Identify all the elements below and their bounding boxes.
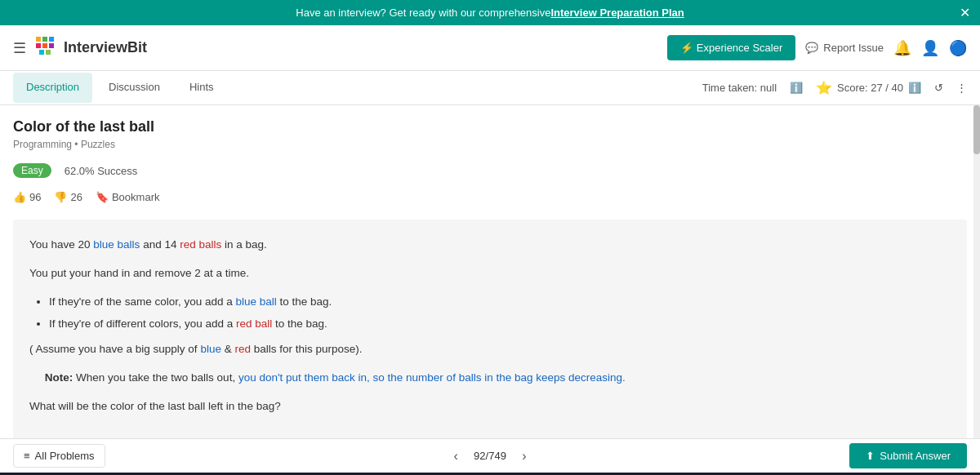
time-taken-label: Time taken: null [702,82,777,94]
tab-description[interactable]: Description [13,73,92,103]
score-icon: ⭐ [816,80,832,95]
svg-rect-0 [36,37,41,42]
banner-close-icon[interactable]: ✕ [960,5,970,20]
bookmark-icon: 🔖 [96,191,109,203]
desc-para1: You have 20 blue balls and 14 red balls … [29,236,951,255]
desc-para3: ( Assume you have a big supply of blue &… [29,340,951,359]
rule-2: If they're of different colors, you add … [49,315,951,334]
scrollbar-track[interactable] [973,105,980,438]
hamburger-icon[interactable]: ☰ [13,39,26,57]
bell-icon[interactable]: 🔔 [893,39,911,57]
logo[interactable]: InterviewBit [36,37,147,60]
svg-rect-5 [49,43,54,48]
banner-link[interactable]: Interview Preparation Plan [550,7,684,19]
downvote-count: 26 [70,191,82,203]
svg-rect-2 [49,37,54,42]
notification-icon[interactable]: 🔵 [949,39,967,57]
experience-scaler-button[interactable]: ⚡ Experience Scaler [667,35,795,60]
rule-1: If they're of the same color, you add a … [49,293,951,312]
problem-description: You have 20 blue balls and 14 red balls … [13,220,967,438]
thumbs-down-icon: 👎 [54,191,67,203]
prev-page-button[interactable]: ‹ [444,445,467,468]
svg-rect-6 [39,50,44,55]
upload-icon: ⬆ [866,450,875,462]
logo-icon [36,37,59,60]
scrollbar-thumb[interactable] [973,105,980,154]
user-icon[interactable]: 👤 [921,39,939,57]
list-icon: ≡ [24,450,30,462]
report-issue-button[interactable]: 💬 Report Issue [805,42,884,54]
more-options-icon[interactable]: ⋮ [956,82,967,94]
tab-hints[interactable]: Hints [176,73,227,103]
tab-discussion[interactable]: Discussion [96,73,173,103]
header: ☰ InterviewBit ⚡ Experience Scaler 💬 Rep… [0,25,980,71]
info-icon-time[interactable]: ℹ️ [790,82,803,94]
top-banner: Have an interview? Get ready with our co… [0,0,980,25]
vote-section: 👍 96 👎 26 🔖 Bookmark [0,188,980,213]
problem-tags: Programming • Puzzles [13,139,967,150]
score-section: ⭐ Score: 27 / 40 ℹ️ [816,80,921,95]
problem-meta: Easy 62.0% Success [0,157,980,188]
desc-note: Note: When you take the two balls out, y… [29,369,951,388]
submit-answer-button[interactable]: ⬆ Submit Answer [849,443,967,468]
svg-rect-1 [42,37,47,42]
bottom-bar: ≡ All Problems ‹ 92/749 › ⬆ Submit Answe… [0,438,980,473]
chat-icon: 💬 [805,42,818,54]
svg-rect-4 [42,43,47,48]
bookmark-label: Bookmark [112,191,160,203]
problem-title: Color of the last ball [13,118,967,135]
bookmark-item[interactable]: 🔖 Bookmark [96,191,160,203]
all-problems-button[interactable]: ≡ All Problems [13,444,105,468]
pagination: ‹ 92/749 › [444,445,536,468]
next-page-button[interactable]: › [513,445,536,468]
difficulty-badge: Easy [13,163,51,178]
problem-header: Color of the last ball Programming • Puz… [0,105,980,157]
page-info: 92/749 [474,450,506,462]
upvote-count: 96 [29,191,41,203]
thumbs-up-icon: 👍 [13,191,26,203]
nav-right: Time taken: null ℹ️ ⭐ Score: 27 / 40 ℹ️ … [702,80,967,95]
downvote-item[interactable]: 👎 26 [54,191,82,203]
score-label: Score: 27 / 40 [837,82,903,94]
banner-text: Have an interview? Get ready with our co… [296,7,550,19]
content-area: Color of the last ball Programming • Puz… [0,105,980,438]
success-rate: 62.0% Success [65,165,138,177]
red-balls-text: red balls [180,238,221,251]
svg-rect-3 [36,43,41,48]
info-icon-score[interactable]: ℹ️ [908,82,921,94]
blue-balls-text: blue balls [93,238,140,251]
refresh-icon[interactable]: ↺ [934,82,943,94]
main-container: Color of the last ball Programming • Puz… [0,105,980,438]
upvote-item[interactable]: 👍 96 [13,191,41,203]
svg-rect-7 [46,50,51,55]
header-right: ⚡ Experience Scaler 💬 Report Issue 🔔 👤 🔵 [667,35,967,60]
nav-tabs: Description Discussion Hints Time taken:… [0,71,980,105]
rules-list: If they're of the same color, you add a … [49,293,951,334]
header-left: ☰ InterviewBit [13,37,667,60]
desc-para2: You put your hand in and remove 2 at a t… [29,264,951,283]
desc-question: What will be the color of the last ball … [29,397,951,416]
logo-text: InterviewBit [64,39,147,56]
